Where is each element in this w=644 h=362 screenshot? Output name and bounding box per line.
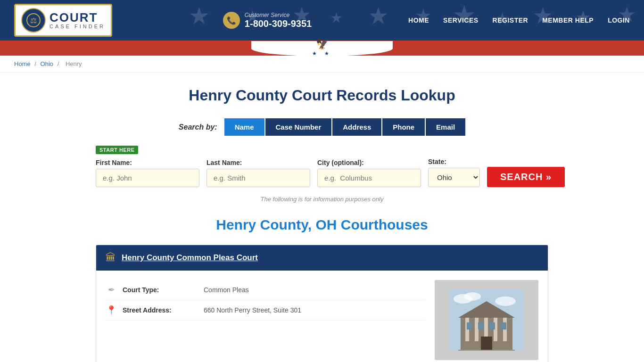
courthouse-header: 🏛 Henry County Common Pleas Court — [96, 245, 548, 271]
start-here-badge: START HERE — [96, 146, 138, 154]
header-wave: ★ ★ 🦅 ★ ★ — [0, 41, 644, 56]
state-field: State: Ohio Alabama Alaska Arizona — [428, 158, 480, 187]
court-type-row: ✒ Court Type: Common Pleas — [106, 280, 425, 300]
courthouse-icon: 🏛 — [106, 252, 116, 264]
court-type-value: Common Pleas — [204, 286, 249, 294]
court-type-label: Court Type: — [123, 286, 198, 294]
svg-point-4 — [464, 292, 481, 301]
city-field: City (optional): — [317, 159, 421, 187]
first-name-label: First Name: — [96, 159, 199, 166]
courthouse-card: 🏛 Henry County Common Pleas Court ✒ Cour… — [96, 245, 548, 362]
nav-member-help[interactable]: MEMBER HELP — [542, 16, 594, 24]
first-name-input[interactable] — [96, 169, 199, 187]
cs-label: Customer Service — [245, 12, 312, 18]
svg-point-5 — [495, 296, 516, 306]
svg-rect-17 — [481, 337, 492, 351]
address-label: Street Address: — [123, 306, 198, 314]
state-label: State: — [428, 158, 480, 165]
svg-rect-15 — [489, 322, 495, 329]
breadcrumb-county: Henry — [66, 60, 82, 67]
page-title: Henry County Court Records Lookup — [96, 87, 548, 104]
main-nav: HOME SERVICES REGISTER MEMBER HELP LOGIN — [408, 16, 630, 24]
tab-address[interactable]: Address — [332, 118, 381, 136]
search-tabs: Name Case Number Address Phone Email — [224, 118, 465, 136]
state-select[interactable]: Ohio Alabama Alaska Arizona — [428, 168, 480, 187]
last-name-input[interactable] — [206, 169, 310, 187]
search-by-row: Search by: Name Case Number Address Phon… — [96, 118, 548, 136]
nav-home[interactable]: HOME — [408, 16, 429, 24]
tab-email[interactable]: Email — [426, 118, 465, 136]
cs-text: Customer Service 1-800-309-9351 — [245, 12, 312, 29]
customer-service: 📞 Customer Service 1-800-309-9351 — [223, 12, 312, 29]
breadcrumb-sep2: / — [58, 60, 61, 67]
logo-box: ⚖ COURT CASE FINDER — [14, 4, 112, 37]
courthouse-name-link[interactable]: Henry County Common Pleas Court — [122, 253, 258, 263]
nav-services[interactable]: SERVICES — [443, 16, 479, 24]
svg-text:⚖: ⚖ — [30, 16, 37, 25]
tab-phone[interactable]: Phone — [382, 118, 425, 136]
location-icon: 📍 — [106, 305, 117, 315]
courthouses-title: Henry County, OH Courthouses — [96, 217, 548, 233]
svg-rect-9 — [475, 318, 479, 341]
logo-emblem: ⚖ — [21, 8, 46, 33]
search-form-row: First Name: Last Name: City (optional): … — [96, 158, 548, 187]
courthouse-details: ✒ Court Type: Common Pleas 📍 Street Addr… — [106, 280, 425, 360]
wave-eagle: ★ ★ 🦅 ★ ★ — [312, 32, 331, 56]
search-by-label: Search by: — [179, 123, 217, 132]
breadcrumb-state[interactable]: Ohio — [41, 60, 53, 67]
svg-rect-13 — [467, 322, 472, 329]
address-value: 660 North Perry Street, Suite 301 — [204, 306, 301, 314]
info-note: The following is for information purpose… — [96, 196, 548, 203]
breadcrumb-home[interactable]: Home — [14, 60, 31, 67]
search-button[interactable]: SEARCH » — [487, 167, 565, 187]
courthouse-body: ✒ Court Type: Common Pleas 📍 Street Addr… — [96, 271, 548, 362]
city-label: City (optional): — [317, 159, 421, 166]
logo-text: COURT CASE FINDER — [50, 11, 105, 29]
breadcrumb: Home / Ohio / Henry — [0, 56, 644, 73]
svg-rect-14 — [478, 322, 484, 329]
main-content: Henry County Court Records Lookup Search… — [86, 73, 558, 362]
logo-area: ⚖ COURT CASE FINDER — [14, 4, 112, 37]
svg-rect-16 — [501, 322, 506, 329]
cs-phone: 1-800-309-9351 — [245, 18, 312, 29]
nav-login[interactable]: LOGIN — [608, 16, 630, 24]
tab-case-number[interactable]: Case Number — [265, 118, 332, 136]
breadcrumb-sep1: / — [34, 60, 38, 67]
last-name-field: Last Name: — [206, 159, 310, 187]
nav-register[interactable]: REGISTER — [493, 16, 528, 24]
phone-icon: 📞 — [223, 12, 240, 29]
gavel-icon: ✒ — [106, 285, 117, 295]
courthouse-image — [435, 280, 538, 360]
search-form-area: START HERE First Name: Last Name: City (… — [96, 145, 548, 187]
logo-case-finder-text: CASE FINDER — [50, 24, 105, 29]
first-name-field: First Name: — [96, 159, 199, 187]
last-name-label: Last Name: — [206, 159, 310, 166]
logo-court-text: COURT — [50, 11, 105, 24]
tab-name[interactable]: Name — [224, 118, 264, 136]
address-row: 📍 Street Address: 660 North Perry Street… — [106, 300, 425, 321]
svg-rect-18 — [458, 350, 515, 351]
city-input[interactable] — [317, 169, 421, 187]
